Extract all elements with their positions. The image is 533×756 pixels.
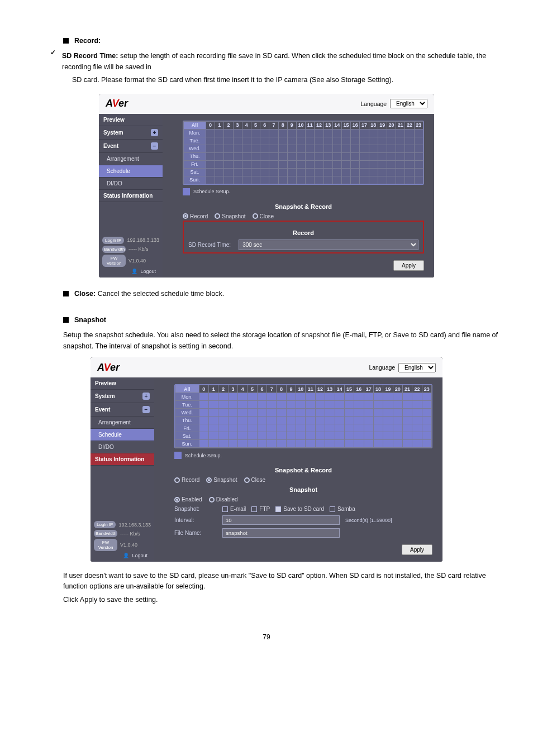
language-label: Language (360, 101, 387, 107)
sd-record-time-desc: SD Record Time: setup the length of each… (62, 51, 502, 73)
bullet-icon (63, 38, 69, 44)
snr-radios: Record Snapshot Close (183, 213, 424, 219)
nav-event[interactable]: Event− (99, 140, 163, 153)
snapshot-subheading: Snapshot (174, 486, 432, 493)
sidebar-footer: Login IP192.168.3.133 Bandwidth----- Kb/… (91, 518, 154, 562)
radio-close[interactable]: Close (244, 477, 266, 483)
chk-save-sd[interactable]: Save to SD card (275, 506, 324, 512)
language-select[interactable]: English (390, 99, 427, 108)
snapshot-record-heading: Snapshot & Record (183, 203, 424, 210)
screenshot-record: AVer Language English Preview System+ Ev… (99, 94, 434, 277)
nav-arrangement[interactable]: Arrangement (99, 153, 163, 165)
radio-snapshot[interactable]: Snapshot (215, 213, 245, 219)
schedule-color-key (174, 452, 182, 459)
page-number: 79 (31, 633, 502, 641)
chk-samba[interactable]: Samba (330, 506, 355, 512)
chk-email[interactable]: E-mail (222, 506, 246, 512)
sd-record-time-desc2: SD card. Please format the SD card when … (72, 75, 502, 85)
nav-preview[interactable]: Preview (91, 377, 154, 390)
nav-dido[interactable]: DI/DO (99, 178, 163, 190)
record-highlight-box: Record SD Record Time: 300 sec (183, 221, 424, 253)
radio-record[interactable]: Record (174, 477, 199, 483)
bullet-icon (63, 317, 69, 323)
schedule-color-key (183, 188, 190, 195)
nav-system[interactable]: System+ (99, 126, 163, 140)
language-label: Language (369, 364, 395, 371)
nav-status[interactable]: Status Information (91, 453, 154, 466)
snapshot-targets-label: Snapshot: (174, 506, 217, 512)
snapshot-label: Snapshot (74, 316, 106, 324)
snr-radios: Record Snapshot Close (174, 477, 432, 483)
user-icon: 👤 (123, 553, 129, 558)
schedule-setup-label: Schedule Setup. (185, 453, 222, 458)
radio-enabled[interactable]: Enabled (174, 496, 202, 503)
radio-snapshot[interactable]: Snapshot (206, 477, 237, 483)
logout-link[interactable]: 👤Logout (94, 553, 151, 558)
record-label: Record: (74, 37, 101, 45)
interval-input[interactable] (222, 515, 340, 525)
apply-button[interactable]: Apply (393, 260, 424, 271)
apply-button[interactable]: Apply (402, 544, 432, 555)
user-icon: 👤 (131, 269, 137, 274)
language-select[interactable]: English (398, 363, 436, 372)
sd-record-time-label: SD Record Time: (188, 242, 231, 248)
footer-note1: If user doesn't want to save to the SD c… (63, 571, 502, 592)
radio-record[interactable]: Record (183, 213, 208, 219)
nav-arrangement[interactable]: Arrangement (91, 417, 154, 429)
interval-label: Interval: (174, 517, 217, 523)
check-icon: ✓ (50, 49, 56, 88)
schedule-grid[interactable]: All0123456789101112131415161718192021222… (174, 384, 432, 448)
snapshot-desc: Setup the snapshot schedule. You also ne… (63, 330, 502, 352)
nav-status[interactable]: Status Information (99, 190, 163, 202)
nav-schedule[interactable]: Schedule (91, 429, 154, 441)
aver-logo: AVer (97, 362, 120, 374)
logout-link[interactable]: 👤Logout (102, 269, 159, 274)
sidebar: Preview System+ Event− Arrangement Sched… (99, 114, 163, 277)
nav-dido[interactable]: DI/DO (91, 441, 154, 453)
nav-event[interactable]: Event− (91, 403, 154, 417)
snapshot-record-heading: Snapshot & Record (174, 467, 432, 473)
nav-schedule[interactable]: Schedule (99, 165, 163, 178)
nav-system[interactable]: System+ (91, 390, 154, 403)
nav-preview[interactable]: Preview (99, 114, 163, 126)
radio-close[interactable]: Close (253, 213, 274, 219)
schedule-setup-label: Schedule Setup. (193, 189, 230, 194)
record-subheading: Record (188, 229, 418, 236)
radio-disabled[interactable]: Disabled (209, 496, 238, 503)
interval-hint: Second(s) [1..59000] (345, 518, 392, 523)
footer-note2: Click Apply to save the setting. (63, 595, 502, 605)
close-desc: Close: Cancel the selected schedule time… (63, 289, 502, 299)
screenshot-snapshot: AVer Language English Preview System+ Ev… (91, 357, 442, 562)
schedule-grid[interactable]: All0123456789101112131415161718192021222… (183, 121, 424, 185)
sd-record-time-select[interactable]: 300 sec (239, 240, 418, 250)
chk-ftp[interactable]: FTP (251, 506, 270, 512)
bullet-icon (63, 291, 69, 296)
filename-label: File Name: (174, 530, 217, 536)
filename-input[interactable] (222, 528, 340, 538)
sidebar-footer: Login IP192.168.3.133 Bandwidth----- Kb/… (99, 233, 163, 277)
aver-logo: AVer (106, 98, 128, 109)
sidebar: Preview System+ Event− Arrangement Sched… (91, 377, 154, 562)
